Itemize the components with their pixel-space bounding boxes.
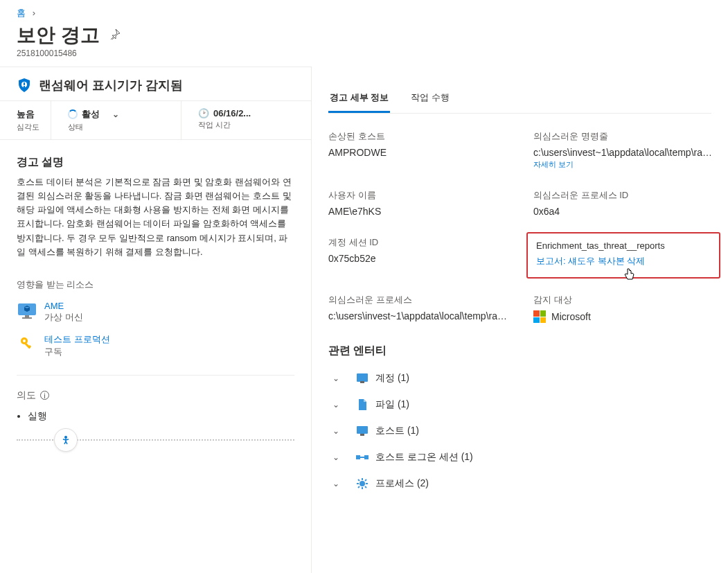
tab-details[interactable]: 경고 세부 정보 [328, 86, 390, 113]
enrichment-report-link[interactable]: 보고서: 섀도우 복사본 삭제 [536, 256, 645, 266]
chevron-down-icon[interactable]: ⌄ [332, 400, 339, 409]
enrichment-label: Enrichment_tas_threat__reports [536, 240, 711, 251]
time-label: 작업 시간 [198, 120, 300, 130]
entity-label: 호스트 로그온 세션 (1) [375, 451, 473, 464]
pid-value: 0x6a4 [533, 206, 713, 217]
svg-rect-12 [360, 381, 364, 383]
session-label: 계정 세션 ID [328, 236, 508, 249]
file-icon [356, 398, 369, 411]
svg-point-10 [64, 436, 67, 439]
svg-line-25 [365, 479, 366, 481]
key-icon [17, 333, 37, 354]
entity-label: 계정 (1) [375, 372, 409, 385]
detail-grid: 손상된 호스트 AMPRODWE 의심스러운 명령줄 c:\users\inve… [328, 114, 711, 323]
entity-file[interactable]: ⌄ 파일 (1) [328, 391, 711, 418]
cmdline-more-link[interactable]: 자세히 보기 [533, 159, 574, 170]
status-row: 높음 심각도 활성 ⌄ 상태 🕑 06/16/2... 작업 시간 [0, 100, 311, 140]
user-label: 사용자 이름 [328, 189, 508, 202]
entity-process[interactable]: ⌄ 프로세스 (2) [328, 470, 711, 497]
resource-link-vm[interactable]: AME [44, 301, 64, 311]
severity-label: 심각도 [17, 122, 39, 132]
detail-user: 사용자 이름 AME\e7hKS [328, 189, 508, 217]
chevron-down-icon[interactable]: ⌄ [332, 452, 339, 462]
svg-line-23 [358, 479, 359, 481]
status-cell[interactable]: 활성 ⌄ 상태 [51, 101, 181, 139]
microsoft-logo-icon [533, 310, 546, 323]
entity-account[interactable]: ⌄ 계정 (1) [328, 365, 711, 391]
pid-label: 의심스러운 프로세스 ID [533, 189, 713, 202]
entity-label: 파일 (1) [375, 398, 409, 411]
entity-label: 프로세스 (2) [375, 477, 429, 490]
cmdline-value: c:\users\invest~1\appdata\local\temp\ran… [533, 147, 713, 158]
left-pane: 랜섬웨어 표시기가 감지됨 높음 심각도 활성 ⌄ 상태 🕑 06/16/2..… [0, 67, 312, 573]
intent-list: 실행 [0, 406, 311, 423]
detail-detected-by: 감지 대상 Microsoft [533, 294, 713, 323]
step-marker-icon[interactable] [54, 428, 78, 452]
svg-line-26 [358, 486, 359, 488]
affected-resources-label: 영향을 받는 리소스 [0, 259, 311, 298]
account-icon [356, 372, 369, 385]
right-pane: 경고 세부 정보 작업 수행 손상된 호스트 AMPRODWE 의심스러운 명령… [312, 67, 728, 573]
time-cell: 🕑 06/16/2... 작업 시간 [181, 101, 311, 139]
spinner-icon [68, 109, 78, 119]
svg-rect-13 [357, 426, 368, 434]
host-label: 손상된 호스트 [328, 130, 508, 143]
detail-process: 의심스러운 프로세스 c:\users\invest~1\appdata\loc… [328, 294, 508, 323]
process-label: 의심스러운 프로세스 [328, 294, 508, 306]
info-icon[interactable]: i [40, 391, 49, 400]
status-label: 상태 [68, 122, 170, 132]
breadcrumb-home[interactable]: 홈 [17, 8, 26, 18]
svg-rect-16 [364, 455, 369, 459]
svg-line-24 [365, 486, 366, 488]
breadcrumb: 홈 › [0, 0, 728, 19]
cursor-hand-icon [623, 267, 636, 284]
svg-rect-11 [357, 373, 368, 382]
resource-row-vm[interactable]: AME 가상 머신 [0, 298, 311, 330]
intent-label: 의도 i [0, 376, 311, 406]
detail-enrichment: Enrichment_tas_threat__reports 보고서: 섀도우 … [533, 236, 713, 274]
vm-icon [17, 301, 37, 321]
svg-point-18 [359, 481, 365, 486]
chevron-down-icon[interactable]: ⌄ [332, 373, 339, 383]
intent-item: 실행 [28, 410, 294, 423]
svg-rect-14 [360, 434, 364, 436]
pin-icon[interactable] [109, 28, 121, 42]
session-value: 0x75cb52e [328, 253, 508, 264]
resource-row-sub[interactable]: 테스트 프로덕션 구독 [0, 330, 311, 365]
resource-type-sub: 구독 [44, 346, 110, 358]
process-icon [356, 477, 369, 490]
tabs: 경고 세부 정보 작업 수행 [328, 67, 711, 114]
svg-rect-4 [25, 315, 29, 317]
alert-id: 2518100015486 [0, 49, 728, 67]
entities-title: 관련 엔터티 [328, 323, 711, 365]
status-value: 활성 [82, 108, 100, 121]
description-body: 호스트 데이터 분석은 기본적으로 잠금 화면 및 암호화 랜섬웨어와 연결된 … [0, 175, 311, 259]
detail-host: 손상된 호스트 AMPRODWE [328, 130, 508, 170]
alert-name: 랜섬웨어 표시기가 감지됨 [39, 77, 183, 94]
page-title: 보안 경고 [17, 22, 100, 49]
user-value: AME\e7hKS [328, 206, 508, 217]
chevron-down-icon[interactable]: ⌄ [332, 426, 339, 436]
resource-link-sub[interactable]: 테스트 프로덕션 [44, 334, 110, 344]
alert-header: 랜섬웨어 표시기가 감지됨 [0, 67, 311, 100]
svg-point-7 [23, 340, 26, 342]
entity-host[interactable]: ⌄ 호스트 (1) [328, 418, 711, 444]
entity-label: 호스트 (1) [375, 425, 419, 437]
host-value: AMPRODWE [328, 147, 508, 158]
severity-value: 높음 [17, 108, 39, 121]
tab-action[interactable]: 작업 수행 [409, 86, 451, 113]
chevron-down-icon[interactable]: ⌄ [332, 479, 339, 488]
svg-rect-17 [360, 457, 364, 458]
process-value: c:\users\invest~1\appdata\local\temp\ran… [328, 310, 508, 321]
chevron-down-icon[interactable]: ⌄ [112, 109, 119, 119]
clock-icon: 🕑 [198, 108, 209, 118]
detected-by-value: Microsoft [551, 311, 591, 322]
kill-chain-steps [0, 423, 311, 441]
detail-pid: 의심스러운 프로세스 ID 0x6a4 [533, 189, 713, 217]
svg-rect-5 [22, 317, 32, 319]
entity-session[interactable]: ⌄ 호스트 로그온 세션 (1) [328, 444, 711, 470]
svg-rect-1 [24, 82, 25, 85]
chevron-right-icon: › [33, 8, 35, 18]
svg-rect-15 [356, 455, 360, 459]
detected-by-label: 감지 대상 [533, 294, 713, 306]
